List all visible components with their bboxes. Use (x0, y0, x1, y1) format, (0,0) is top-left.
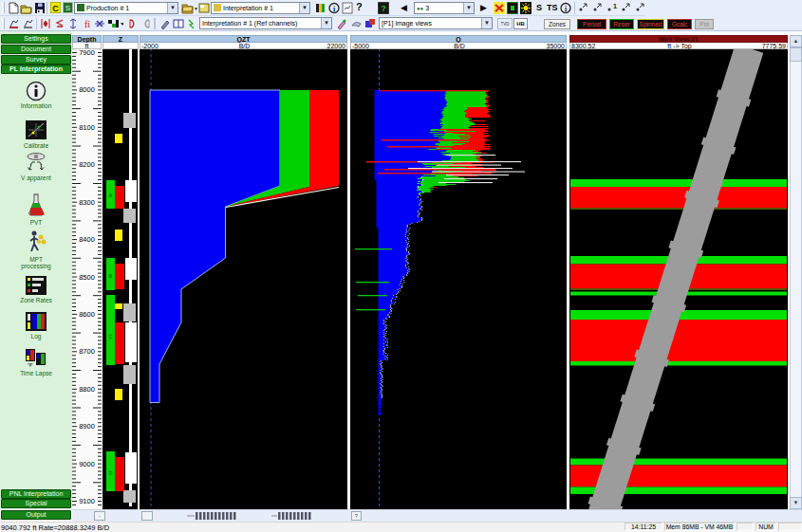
svg-text:S: S (65, 4, 70, 12)
svg-text:1: 1 (613, 2, 618, 10)
svg-text:fi: fi (84, 19, 90, 29)
svg-text:8000: 8000 (79, 85, 95, 94)
svg-text:8600: 8600 (79, 310, 95, 319)
svg-text:i: i (565, 5, 568, 13)
svg-text:i: i (333, 5, 336, 13)
svg-text:8500: 8500 (79, 273, 95, 282)
svg-text:8900: 8900 (79, 422, 95, 431)
svg-text:7900: 7900 (79, 48, 95, 57)
svg-text:8100: 8100 (79, 123, 95, 132)
svg-text:8300: 8300 (79, 198, 95, 207)
svg-text:?: ? (381, 4, 386, 13)
svg-text:9000: 9000 (79, 460, 95, 468)
svg-text:C: C (52, 4, 59, 13)
svg-text:8800: 8800 (79, 385, 95, 394)
svg-text:9100: 9100 (79, 497, 95, 505)
svg-text:8700: 8700 (79, 347, 95, 356)
svg-text:8200: 8200 (79, 160, 95, 169)
svg-text:8400: 8400 (79, 235, 95, 244)
